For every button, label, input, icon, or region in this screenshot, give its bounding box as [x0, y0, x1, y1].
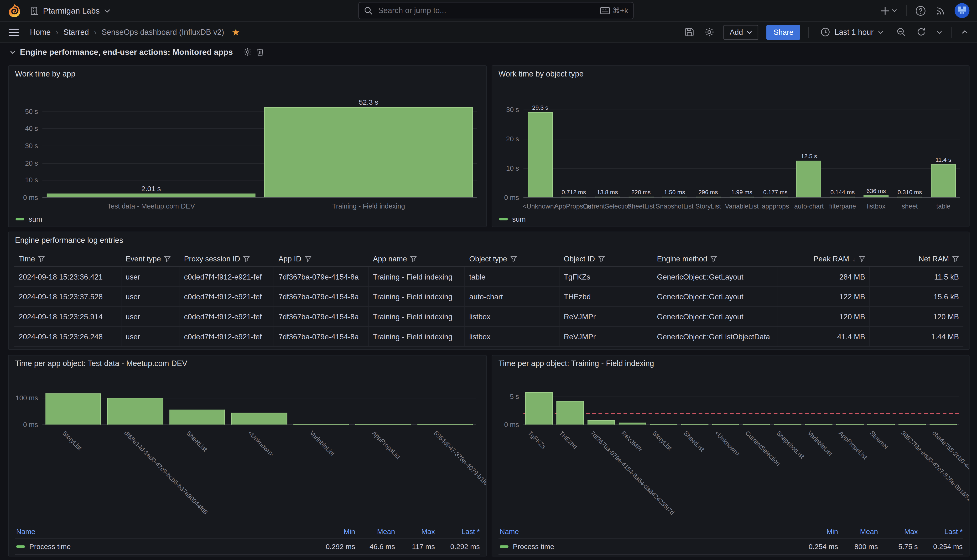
column-header-object-id[interactable]: Object ID [559, 254, 652, 263]
refresh-button[interactable] [915, 26, 927, 38]
bar[interactable] [836, 424, 864, 425]
filter-icon[interactable] [598, 255, 605, 262]
filter-icon[interactable] [38, 255, 45, 262]
filter-icon[interactable] [410, 255, 417, 262]
column-header-time[interactable]: Time [14, 254, 121, 263]
help-button[interactable] [914, 4, 927, 17]
legend-col-mean[interactable]: Mean [838, 528, 878, 535]
filter-icon[interactable] [304, 255, 311, 262]
panel-title[interactable]: Time per app object: Test data - Meetup.… [15, 359, 187, 368]
legend-col-last[interactable]: Last * [918, 528, 963, 535]
series-name[interactable]: Process time [513, 543, 554, 550]
table-row[interactable]: 2024-09-18 15:23:36.421userc0ded7f4-f912… [14, 267, 963, 287]
row-settings-gear-icon[interactable] [244, 48, 252, 56]
bar[interactable] [868, 424, 895, 425]
refresh-interval-dropdown[interactable] [935, 29, 944, 35]
time-range-picker[interactable]: Last 1 hour [817, 27, 887, 37]
column-header-proxy-session-id[interactable]: Proxy session ID [180, 254, 274, 263]
bar[interactable] [898, 424, 926, 425]
bar[interactable] [587, 420, 615, 424]
dashboard-settings-button[interactable] [703, 26, 715, 38]
bar[interactable] [45, 393, 101, 425]
bar[interactable] [774, 424, 802, 425]
bar[interactable] [47, 194, 256, 197]
filter-icon[interactable] [952, 255, 959, 262]
legend-col-max[interactable]: Max [395, 528, 435, 535]
legend-item-sum[interactable]: sum [512, 215, 526, 223]
bar[interactable] [729, 197, 754, 197]
bar[interactable] [107, 398, 163, 425]
bar[interactable] [897, 197, 922, 197]
bar[interactable] [528, 112, 553, 197]
legend-col-min[interactable]: Min [798, 528, 838, 535]
bar[interactable] [696, 197, 721, 197]
bar[interactable] [629, 197, 653, 197]
legend-col-name[interactable]: Name [499, 528, 798, 535]
add-new-button[interactable] [879, 5, 898, 17]
legend-col-max[interactable]: Max [878, 528, 918, 535]
column-header-peak-ram[interactable]: Peak RAM↓ [778, 254, 870, 263]
column-header-engine-method[interactable]: Engine method [652, 254, 778, 263]
legend-item-sum[interactable]: sum [28, 215, 42, 223]
save-dashboard-button[interactable] [684, 26, 696, 38]
bar[interactable] [557, 401, 584, 424]
table-row[interactable]: 2024-09-18 15:23:25.914userc0ded7f4-f912… [14, 307, 963, 327]
search-box[interactable]: ⌘+k [358, 2, 634, 19]
zoom-out-time-button[interactable] [895, 26, 907, 38]
series-name[interactable]: Process time [29, 543, 71, 550]
bar[interactable] [293, 424, 349, 425]
org-switcher[interactable]: Ptarmigan Labs [27, 5, 113, 17]
bar[interactable] [743, 424, 770, 425]
breadcrumb-item[interactable]: SenseOps dashboard (InfluxDB v2) [102, 28, 224, 37]
bar[interactable] [805, 424, 833, 425]
legend-col-name[interactable]: Name [15, 528, 315, 535]
column-header-object-type[interactable]: Object type [465, 254, 559, 263]
bar[interactable] [662, 197, 687, 197]
bar[interactable] [231, 412, 287, 424]
panel-title[interactable]: Time per app object: Training - Field in… [499, 359, 654, 368]
table-row[interactable]: 2024-09-18 15:23:37.528userc0ded7f4-f912… [14, 287, 963, 307]
collapse-toolbar-button[interactable] [960, 28, 969, 35]
bar[interactable] [864, 195, 888, 197]
filter-icon[interactable] [510, 255, 517, 262]
bar[interactable] [595, 197, 620, 197]
bar[interactable] [712, 424, 739, 425]
column-header-net-ram[interactable]: Net RAM [870, 254, 964, 263]
filter-icon[interactable] [859, 255, 866, 262]
bar[interactable] [763, 197, 788, 197]
filter-icon[interactable] [243, 255, 250, 262]
bar[interactable] [525, 392, 553, 425]
bar[interactable] [619, 423, 646, 424]
bar[interactable] [931, 164, 956, 197]
add-panel-button[interactable]: Add [723, 25, 758, 40]
table-row[interactable]: 2024-09-18 15:23:26.248userc0ded7f4-f912… [14, 327, 963, 347]
column-header-event-type[interactable]: Event type [121, 254, 180, 263]
bar[interactable] [561, 197, 586, 197]
favorite-star-button[interactable]: ★ [231, 27, 241, 37]
panel-title[interactable]: Engine performance log entries [15, 236, 123, 245]
bar[interactable] [355, 424, 411, 425]
column-header-app-name[interactable]: App name [368, 254, 465, 263]
row-header[interactable]: Engine performance, end-user actions: Mo… [10, 47, 264, 57]
filter-icon[interactable] [710, 255, 717, 262]
bar[interactable] [650, 424, 677, 425]
bar[interactable] [264, 107, 473, 198]
bar[interactable] [681, 424, 708, 425]
bar[interactable] [796, 161, 821, 197]
bar[interactable] [417, 424, 473, 425]
bar[interactable] [169, 410, 225, 424]
breadcrumb-item[interactable]: Starred [64, 28, 89, 37]
breadcrumb-item[interactable]: Home [30, 28, 50, 37]
news-rss-button[interactable] [935, 4, 947, 17]
search-input[interactable] [377, 6, 596, 16]
user-avatar[interactable] [955, 3, 970, 18]
filter-icon[interactable] [164, 255, 171, 262]
bar[interactable] [830, 197, 855, 197]
panel-title[interactable]: Work time by object type [499, 70, 584, 78]
panel-title[interactable]: Work time by app [15, 70, 75, 78]
legend-col-mean[interactable]: Mean [355, 528, 395, 535]
column-header-app-id[interactable]: App ID [274, 254, 368, 263]
row-delete-trash-icon[interactable] [256, 48, 264, 56]
legend-col-min[interactable]: Min [315, 528, 355, 535]
legend-col-last[interactable]: Last * [435, 528, 480, 535]
